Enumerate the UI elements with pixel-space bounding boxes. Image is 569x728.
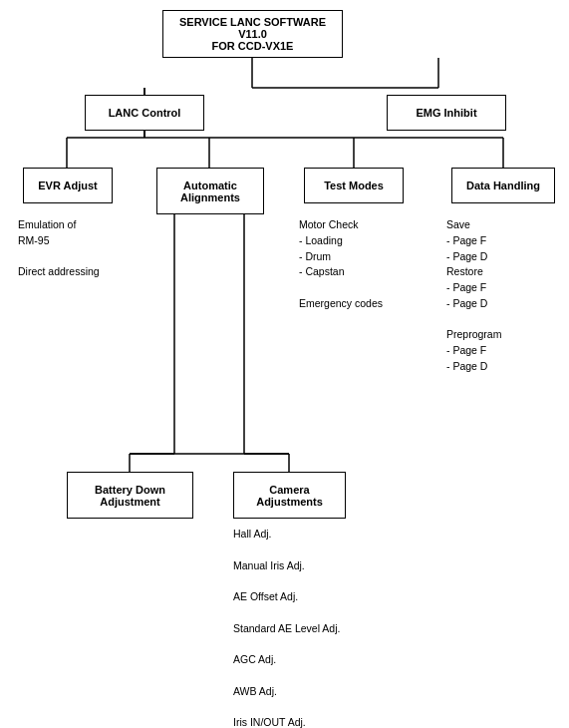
data-box: Data Handling: [451, 168, 555, 203]
lanc-box: LANC Control: [85, 95, 204, 131]
data-text: Save - Page F - Page D Restore - Page F …: [446, 217, 564, 375]
emg-box: EMG Inhibit: [387, 95, 506, 131]
diagram: SERVICE LANC SOFTWARE V11.0 FOR CCD-VX1E…: [0, 0, 569, 728]
camera-text: Hall Adj. Manual Iris Adj. AE Offset Adj…: [233, 527, 393, 728]
battery-box: Battery Down Adjustment: [67, 472, 193, 519]
evr-text: Emulation of RM-95 Direct addressing: [18, 217, 147, 280]
evr-box: EVR Adjust: [23, 168, 113, 203]
camera-box: Camera Adjustments: [233, 472, 346, 519]
test-text: Motor Check - Loading - Drum - Capstan E…: [299, 217, 443, 312]
auto-box: Automatic Alignments: [156, 168, 264, 214]
root-box: SERVICE LANC SOFTWARE V11.0 FOR CCD-VX1E: [162, 10, 343, 58]
test-box: Test Modes: [304, 168, 404, 203]
